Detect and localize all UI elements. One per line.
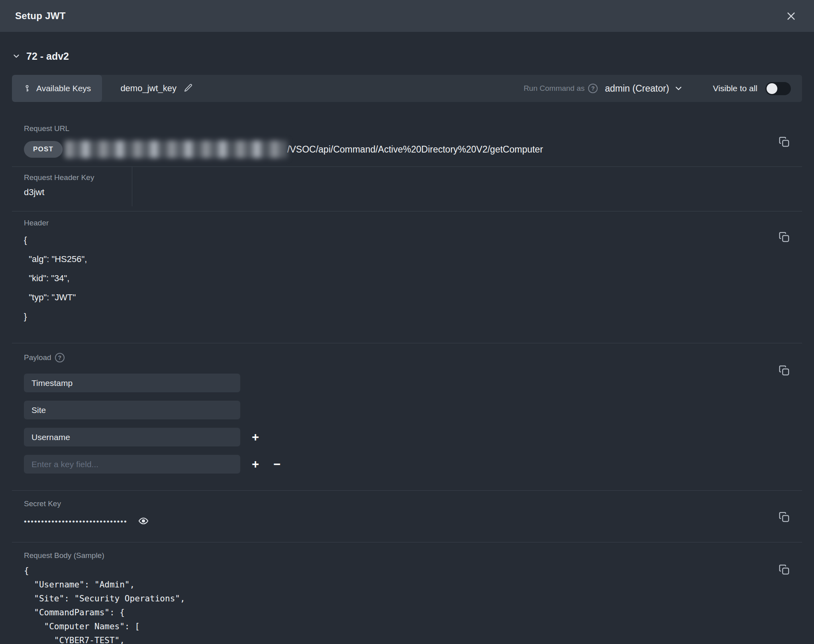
key-name: demo_jwt_key [120, 83, 177, 94]
copy-body-button[interactable] [777, 563, 791, 577]
eye-icon [138, 515, 149, 528]
close-icon [786, 11, 796, 22]
keys-toolbar: Available Keys demo_jwt_key Run Command … [12, 75, 802, 102]
request-header-key-value: d3jwt [24, 187, 132, 198]
request-body-code: { "Username": "Admin", "Site": "Security… [24, 564, 802, 644]
available-keys-button[interactable]: Available Keys [12, 75, 102, 102]
request-body-section: Request Body (Sample) { "Username": "Adm… [12, 542, 802, 644]
payload-field-row: + − [24, 455, 802, 474]
request-url-label: Request URL [24, 124, 802, 133]
http-method-badge: POST [24, 141, 63, 158]
payload-fields: + + − [24, 374, 802, 474]
run-command-help-icon[interactable]: ? [588, 84, 598, 93]
copy-icon [778, 564, 790, 577]
toggle-knob [767, 83, 777, 94]
pencil-icon [184, 83, 193, 94]
add-field-button[interactable]: + [249, 457, 262, 472]
payload-label: Payload [24, 353, 51, 362]
payload-key-field-new[interactable] [24, 455, 240, 474]
payload-help-icon[interactable]: ? [55, 353, 65, 362]
copy-icon [778, 136, 790, 149]
command-section-title: 72 - adv2 [26, 51, 69, 62]
secret-key-label: Secret Key [24, 499, 802, 508]
request-url-path: /VSOC/api/Command/Active%20Directory%20V… [287, 144, 543, 155]
command-section-header[interactable]: 72 - adv2 [12, 49, 802, 63]
copy-secret-button[interactable] [777, 511, 791, 524]
chevron-down-icon [12, 52, 21, 61]
reveal-secret-button[interactable] [138, 515, 149, 528]
copy-header-button[interactable] [777, 231, 791, 244]
run-command-as-value: admin (Creator) [605, 83, 669, 94]
payload-key-field-1[interactable] [24, 374, 240, 392]
run-command-as-label: Run Command as [524, 84, 585, 93]
copy-icon [778, 364, 790, 378]
secret-key-row: •••••••••••••••••••••••••••••• [24, 515, 802, 528]
key-icon [23, 84, 31, 92]
secret-key-masked-value: •••••••••••••••••••••••••••••• [24, 517, 127, 526]
request-body-label: Request Body (Sample) [24, 551, 802, 560]
request-header-key-section: Request Header Key d3jwt [12, 166, 802, 211]
edit-key-name-button[interactable] [184, 83, 193, 94]
close-button[interactable] [783, 8, 799, 24]
jwt-header-label: Header [24, 219, 802, 227]
redacted-url-blur [65, 141, 287, 158]
visible-to-all-toggle[interactable] [765, 82, 791, 95]
key-name-group: demo_jwt_key [120, 83, 193, 94]
copy-icon [778, 511, 790, 524]
copy-payload-button[interactable] [777, 364, 791, 378]
request-url-row: POST /VSOC/api/Command/Active%20Director… [24, 139, 802, 160]
request-url-section: Request URL POST /VSOC/api/Command/Activ… [12, 124, 802, 166]
payload-field-row: + [24, 428, 802, 446]
remove-field-button[interactable]: − [271, 457, 283, 472]
dialog-content: 72 - adv2 Available Keys demo_jwt_key Ru… [12, 49, 802, 644]
copy-icon [778, 231, 790, 244]
payload-key-field-3[interactable] [24, 428, 240, 446]
visible-to-all-label: Visible to all [713, 84, 757, 93]
jwt-header-section: Header { "alg": "HS256", "kid": "34", "t… [12, 211, 802, 343]
payload-key-field-2[interactable] [24, 401, 240, 419]
chevron-down-icon [674, 84, 683, 93]
copy-url-button[interactable] [777, 135, 791, 149]
dialog-title: Setup JWT [15, 10, 66, 22]
run-command-as-select[interactable]: admin (Creator) [605, 83, 683, 94]
payload-section: Payload ? + + − [12, 343, 802, 490]
payload-field-row [24, 401, 802, 419]
payload-field-row [24, 374, 802, 392]
dialog-titlebar: Setup JWT [0, 0, 814, 32]
run-command-group: Run Command as ? admin (Creator) Visible… [524, 82, 791, 95]
request-header-key-cell: Request Header Key d3jwt [12, 167, 132, 206]
jwt-header-code: { "alg": "HS256", "kid": "34", "typ": "J… [24, 231, 802, 326]
request-header-key-label: Request Header Key [24, 173, 132, 182]
payload-label-row: Payload ? [24, 353, 802, 362]
add-field-button[interactable]: + [249, 430, 262, 444]
available-keys-label: Available Keys [36, 84, 91, 93]
secret-key-section: Secret Key •••••••••••••••••••••••••••••… [12, 490, 802, 542]
